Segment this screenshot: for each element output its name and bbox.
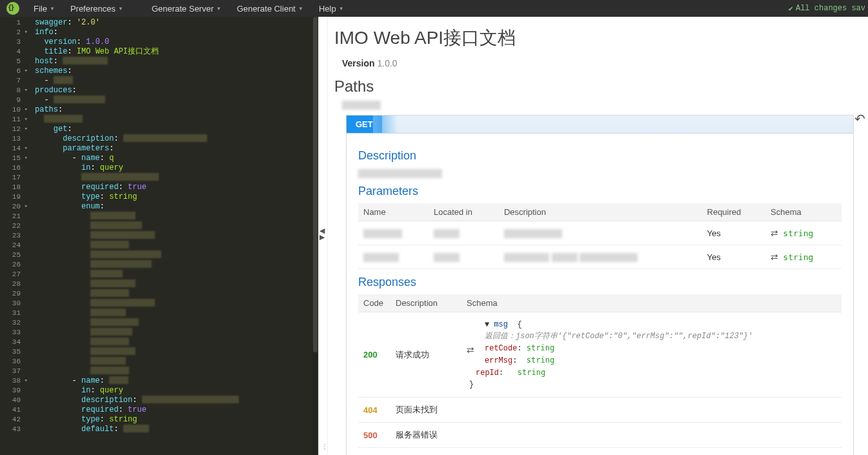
line-gutter: 1234567891011121314151617181920212223242… (0, 17, 30, 455)
section-parameters: Parameters (358, 185, 842, 198)
reply-icon[interactable]: ↶ (854, 111, 865, 126)
table-row: Yes ⇄ string (358, 245, 842, 269)
status-500: 500 (358, 423, 390, 448)
caret-down-icon: ▼ (339, 6, 344, 12)
responses-table: Code Description Schema 200 请求成功 ⇄ ▼ msg… (358, 294, 842, 448)
scrollbar-thumb[interactable] (313, 17, 318, 352)
swap-icon[interactable]: ⇄ (771, 228, 778, 238)
table-row: 500 服务器错误 (358, 423, 842, 448)
menu-preferences[interactable]: Preferences▼ (63, 0, 131, 17)
caret-down-icon: ▼ (118, 6, 123, 12)
method-badge-get: GET (347, 116, 382, 133)
menu-generate-server[interactable]: Generate Server▼ (144, 0, 229, 17)
swap-icon[interactable]: ⇄ (771, 252, 778, 262)
th-code: Code (358, 294, 390, 312)
doc-preview[interactable]: IMO Web API接口文档 Version 1.0.0 Paths ↶ GE… (328, 17, 868, 455)
th-description: Description (390, 294, 461, 312)
api-title: IMO Web API接口文档 (334, 26, 854, 50)
collapse-icon[interactable]: ▼ (485, 320, 489, 329)
status-200: 200 (358, 312, 390, 398)
app-logo-icon[interactable] (6, 2, 19, 15)
operation-header[interactable]: GET (347, 116, 853, 134)
editor-scrollbar[interactable] (312, 17, 318, 455)
menu-help[interactable]: Help▼ (311, 0, 352, 17)
th-required: Required (702, 203, 766, 221)
parameters-table: Name Located in Description Required Sch… (358, 203, 842, 269)
status-404: 404 (358, 398, 390, 423)
th-located: Located in (429, 203, 499, 221)
caret-down-icon: ▼ (298, 6, 303, 12)
check-icon: ✔ (789, 4, 793, 14)
th-schema: Schema (765, 203, 842, 221)
collapse-left-icon[interactable]: ◀▶ (319, 227, 325, 240)
menu-generate-client[interactable]: Generate Client▼ (229, 0, 311, 17)
yaml-editor[interactable]: 1234567891011121314151617181920212223242… (0, 17, 318, 455)
save-status: ✔ All changes sav (789, 4, 868, 14)
description-text (358, 168, 842, 178)
table-row: Yes ⇄ string (358, 221, 842, 245)
operation-card: GET Description Parameters Name Located … (346, 115, 854, 455)
swap-icon[interactable]: ⇄ (467, 345, 474, 355)
table-row: 200 请求成功 ⇄ ▼ msg { 返回值：json字符串'{"retCode… (358, 312, 842, 398)
th-description: Description (499, 203, 702, 221)
splitter[interactable]: ◀▶ ⋮⋮ (318, 17, 328, 455)
section-responses: Responses (358, 276, 842, 289)
caret-down-icon: ▼ (50, 6, 55, 12)
th-name: Name (358, 203, 429, 221)
menu-file[interactable]: File▼ (26, 0, 63, 17)
th-schema: Schema (461, 294, 842, 312)
table-row: 404 页面未找到 (358, 398, 842, 423)
topbar: File▼ Preferences▼ Generate Server▼ Gene… (0, 0, 868, 17)
main-menu: File▼ Preferences▼ Generate Server▼ Gene… (26, 0, 352, 17)
section-description: Description (358, 149, 842, 163)
path-name (342, 99, 854, 110)
caret-down-icon: ▼ (216, 6, 221, 12)
version-line: Version 1.0.0 (342, 58, 854, 68)
paths-heading: Paths (334, 77, 854, 96)
code-area[interactable]: swagger: '2.0'info: version: 1.0.0 title… (31, 17, 318, 434)
schema-block: ▼ msg { 返回值：json字符串'{"retCode":"0","errM… (467, 319, 836, 390)
